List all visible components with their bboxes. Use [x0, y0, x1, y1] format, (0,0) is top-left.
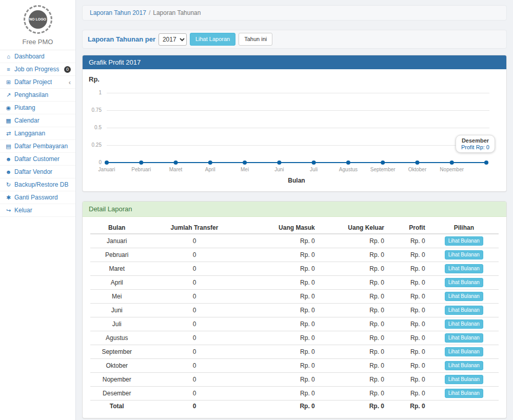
- table-row: Juli0Rp. 0Rp. 0Rp. 0Lihat Bulanan: [90, 317, 499, 331]
- sidebar-item-calendar[interactable]: ▦Calendar: [0, 114, 75, 127]
- x-tick-label: September: [370, 167, 396, 172]
- sidebar-item-daftar-customer[interactable]: ☻Daftar Customer: [0, 153, 75, 166]
- lihat-bulanan-button[interactable]: Lihat Bulanan: [445, 333, 483, 343]
- cell-jumlah-transfer: 0: [143, 359, 245, 373]
- lihat-bulanan-button[interactable]: Lihat Bulanan: [445, 264, 483, 273]
- sidebar-item-piutang[interactable]: ◉Piutang: [0, 102, 75, 114]
- detail-panel-header: Detail Laporan: [83, 202, 506, 217]
- filter-label: Laporan Tahunan per: [88, 35, 155, 43]
- tahun-ini-button[interactable]: Tahun ini: [239, 33, 272, 46]
- cell-jumlah-transfer: 0: [143, 304, 245, 317]
- cell-bulan: Juli: [90, 317, 143, 331]
- table-row: Mei0Rp. 0Rp. 0Rp. 0Lihat Bulanan: [90, 290, 499, 304]
- cell-profit: Rp. 0: [388, 248, 429, 262]
- cell-uang-keluar: Rp. 0: [319, 290, 388, 304]
- breadcrumb-current: Laporan Tahunan: [153, 9, 201, 16]
- breadcrumb-link[interactable]: Laporan Tahun 2017: [90, 9, 146, 16]
- sidebar-item-langganan[interactable]: ⇄Langganan: [0, 127, 75, 140]
- sidebar-item-keluar[interactable]: ↪Keluar: [0, 204, 75, 217]
- lihat-bulanan-button[interactable]: Lihat Bulanan: [445, 319, 483, 329]
- x-tick-label: April: [205, 167, 215, 172]
- column-header-uang-keluar: Uang Keluar: [319, 222, 388, 234]
- lihat-bulanan-button[interactable]: Lihat Bulanan: [445, 306, 483, 315]
- x-tick-label: Juli: [310, 167, 318, 172]
- income-chart-icon: ↗: [5, 91, 12, 99]
- cell-profit: Rp. 0: [388, 317, 429, 331]
- data-point: [381, 161, 385, 165]
- cell-profit: Rp. 0: [388, 262, 429, 276]
- cell-action: Lihat Bulanan: [429, 304, 499, 317]
- cell-uang-keluar: Rp. 0: [319, 248, 388, 262]
- filter-bar: Laporan Tahunan per 2017 Lihat Laporan T…: [82, 30, 507, 49]
- cell-bulan: Nopember: [90, 373, 143, 387]
- year-select[interactable]: 2017: [159, 33, 187, 46]
- sidebar-item-penghasilan[interactable]: ↗Penghasilan: [0, 89, 75, 102]
- column-header-pilihan: Pilihan: [429, 222, 499, 234]
- chart-panel: Grafik Profit 2017 Rp. 10.750.50.250Janu…: [82, 55, 507, 192]
- sidebar-item-label: Calendar: [14, 116, 40, 125]
- data-point: [243, 161, 247, 165]
- breadcrumb: Laporan Tahun 2017/Laporan Tahunan: [82, 5, 507, 21]
- lihat-bulanan-button[interactable]: Lihat Bulanan: [445, 292, 483, 301]
- cell-bulan: Januari: [90, 234, 143, 248]
- total-jumlah-transfer: 0: [143, 401, 245, 412]
- data-point: [346, 161, 350, 165]
- receivable-icon: ◉: [5, 104, 12, 112]
- x-tick-label: Agustus: [339, 167, 358, 172]
- table-row: Januari0Rp. 0Rp. 0Rp. 0Lihat Bulanan: [90, 234, 499, 248]
- cell-profit: Rp. 0: [388, 234, 429, 248]
- cell-jumlah-transfer: 0: [143, 345, 245, 359]
- column-header-profit: Profit: [388, 222, 429, 234]
- project-table-icon: ⊞: [5, 78, 12, 86]
- sidebar-item-daftar-vendor[interactable]: ☻Daftar Vendor: [0, 166, 75, 178]
- lihat-bulanan-button[interactable]: Lihat Bulanan: [445, 361, 483, 370]
- cell-jumlah-transfer: 0: [143, 234, 245, 248]
- data-point: [484, 161, 488, 165]
- cell-uang-masuk: Rp. 0: [245, 331, 319, 345]
- table-row: September0Rp. 0Rp. 0Rp. 0Lihat Bulanan: [90, 345, 499, 359]
- lihat-bulanan-button[interactable]: Lihat Bulanan: [445, 347, 483, 356]
- cell-profit: Rp. 0: [388, 276, 429, 290]
- data-point: [415, 161, 419, 165]
- cell-uang-keluar: Rp. 0: [319, 345, 388, 359]
- data-point: [277, 161, 281, 165]
- sidebar-item-job-on-progress[interactable]: ≡Job on Progress0: [0, 63, 75, 76]
- sidebar-item-daftar-project[interactable]: ⊞Daftar Project‹: [0, 76, 75, 89]
- data-point: [450, 161, 454, 165]
- cell-bulan: Maret: [90, 262, 143, 276]
- sidebar-item-label: Dashboard: [14, 52, 45, 61]
- lock-icon: ✱: [5, 193, 12, 202]
- cell-jumlah-transfer: 0: [143, 262, 245, 276]
- x-tick-label: Mei: [241, 167, 249, 172]
- cell-uang-keluar: Rp. 0: [319, 234, 388, 248]
- lihat-bulanan-button[interactable]: Lihat Bulanan: [445, 375, 483, 384]
- sidebar-item-dashboard[interactable]: ⌂Dashboard: [0, 50, 75, 63]
- app-root: NO LOGO Free PMO ⌂Dashboard≡Job on Progr…: [0, 0, 513, 420]
- x-tick-label: Nopember: [440, 167, 464, 172]
- cell-uang-masuk: Rp. 0: [245, 234, 319, 248]
- lihat-laporan-button[interactable]: Lihat Laporan: [190, 33, 235, 46]
- cell-action: Lihat Bulanan: [429, 317, 499, 331]
- table-row: Juni0Rp. 0Rp. 0Rp. 0Lihat Bulanan: [90, 304, 499, 317]
- total-uang-keluar: Rp. 0: [319, 401, 388, 412]
- chart-panel-header: Grafik Profit 2017: [83, 55, 506, 69]
- lihat-bulanan-button[interactable]: Lihat Bulanan: [445, 250, 483, 259]
- column-header-bulan: Bulan: [90, 222, 143, 234]
- cell-uang-masuk: Rp. 0: [245, 359, 319, 373]
- table-row: Oktober0Rp. 0Rp. 0Rp. 0Lihat Bulanan: [90, 359, 499, 373]
- lihat-bulanan-button[interactable]: Lihat Bulanan: [445, 236, 483, 246]
- sidebar-item-backup-restore-db[interactable]: ↻Backup/Restore DB: [0, 178, 75, 191]
- data-point: [208, 161, 212, 165]
- sidebar-item-daftar-pembayaran[interactable]: ▤Daftar Pembayaran: [0, 140, 75, 153]
- cell-jumlah-transfer: 0: [143, 317, 245, 331]
- cell-jumlah-transfer: 0: [143, 290, 245, 304]
- sidebar-item-label: Daftar Vendor: [14, 168, 52, 176]
- sidebar-item-ganti-password[interactable]: ✱Ganti Password: [0, 191, 75, 204]
- table-row: Desember0Rp. 0Rp. 0Rp. 0Lihat Bulanan: [90, 387, 499, 401]
- lihat-bulanan-button[interactable]: Lihat Bulanan: [445, 278, 483, 287]
- cell-jumlah-transfer: 0: [143, 373, 245, 387]
- detail-panel: Detail Laporan BulanJumlah TransferUang …: [82, 201, 507, 418]
- lihat-bulanan-button[interactable]: Lihat Bulanan: [445, 389, 483, 398]
- table-header-row: BulanJumlah TransferUang MasukUang Kelua…: [90, 222, 499, 234]
- x-tick-label: Oktober: [408, 167, 427, 172]
